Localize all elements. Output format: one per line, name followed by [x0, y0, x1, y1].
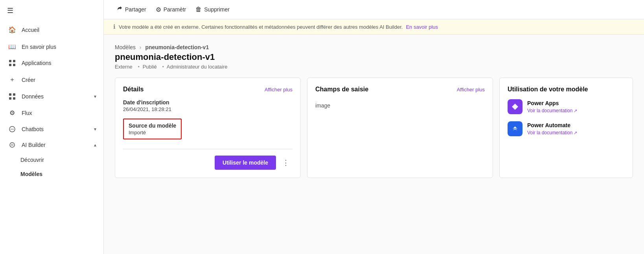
sidebar-item-applications[interactable]: Applications — [0, 55, 103, 71]
sidebar-item-flux[interactable]: ⚙ Flux — [0, 104, 103, 121]
sidebar-item-label: Flux — [22, 110, 32, 116]
usage-card-header: Utilisation de votre modèle — [508, 86, 625, 93]
power-apps-doc-link[interactable]: Voir la documentation — [527, 108, 577, 113]
flux-icon: ⚙ — [8, 109, 16, 117]
sidebar-item-ai-builder[interactable]: AI Builder ▴ — [0, 137, 103, 153]
date-inscription-label: Date d'inscription — [123, 99, 293, 106]
champs-afficher-plus[interactable]: Afficher plus — [457, 87, 485, 93]
svg-rect-0 — [9, 60, 11, 62]
svg-rect-4 — [9, 93, 11, 96]
power-apps-icon — [508, 99, 523, 114]
trash-icon: 🗑 — [195, 6, 202, 13]
sidebar-sub-item-modeles[interactable]: Modèles — [0, 167, 103, 181]
banner-text: Votre modèle a été créé en externe. Cert… — [119, 24, 403, 30]
field-image: image — [315, 99, 485, 112]
sidebar-sub-item-decouvrir[interactable]: Découvrir — [0, 153, 103, 167]
toolbar: Partager ⚙ Paramètr 🗑 Supprimer — [104, 0, 644, 19]
gear-icon: ⚙ — [156, 6, 161, 13]
info-icon: ℹ — [113, 23, 116, 30]
sidebar-item-en-savoir-plus[interactable]: 📖 En savoir plus — [0, 38, 103, 55]
create-icon: ＋ — [8, 76, 16, 84]
hamburger-button[interactable]: ☰ — [0, 0, 103, 21]
subtitle-admin: Administrateur du locataire — [167, 64, 228, 70]
details-card-footer: Utiliser le modèle ⋮ — [123, 149, 293, 170]
power-automate-icon — [508, 121, 523, 136]
sidebar-item-label: Données — [22, 93, 44, 100]
delete-button[interactable]: 🗑 Supprimer — [192, 4, 233, 15]
sidebar-item-label: Créer — [22, 77, 35, 83]
more-options-button[interactable]: ⋮ — [279, 157, 293, 169]
sidebar-item-donnees[interactable]: Données ▾ — [0, 89, 103, 104]
settings-button[interactable]: ⚙ Paramètr — [153, 4, 190, 15]
info-banner: ℹ Votre modèle a été créé en externe. Ce… — [104, 19, 644, 35]
home-icon: 🏠 — [8, 26, 16, 33]
date-inscription-value: 26/04/2021, 18:28:21 — [123, 106, 293, 112]
breadcrumb-separator: › — [140, 44, 142, 50]
usage-item-power-automate-info: Power Automate Voir la documentation — [527, 122, 577, 135]
svg-rect-5 — [13, 93, 15, 96]
usage-card: Utilisation de votre modèle Power Apps V… — [499, 78, 633, 178]
svg-rect-7 — [13, 97, 15, 100]
main-content: Partager ⚙ Paramètr 🗑 Supprimer ℹ Votre … — [104, 0, 644, 254]
svg-point-12 — [10, 143, 15, 147]
breadcrumb: Modèles › pneumonia-detection-v1 — [115, 44, 633, 50]
sidebar-item-label: En savoir plus — [22, 44, 56, 50]
sidebar-item-creer[interactable]: ＋ Créer — [0, 71, 103, 89]
details-afficher-plus[interactable]: Afficher plus — [265, 87, 293, 93]
share-button[interactable]: Partager — [113, 4, 149, 15]
svg-rect-3 — [13, 64, 15, 66]
power-automate-doc-link[interactable]: Voir la documentation — [527, 130, 577, 135]
chevron-down-icon: ▾ — [94, 94, 96, 99]
source-value: Importé — [129, 130, 176, 135]
sidebar-item-accueil[interactable]: 🏠 Accueil — [0, 21, 103, 38]
usage-item-power-apps-info: Power Apps Voir la documentation — [527, 100, 577, 113]
champs-card-header: Champs de saisie Afficher plus — [315, 86, 485, 93]
source-highlighted-box: Source du modèle Importé — [123, 119, 182, 139]
data-icon — [8, 93, 16, 100]
learn-icon: 📖 — [8, 43, 16, 50]
svg-rect-2 — [9, 64, 11, 66]
dot-2: • — [162, 64, 164, 70]
utiliser-modele-button[interactable]: Utiliser le modèle — [215, 156, 276, 170]
breadcrumb-parent[interactable]: Modèles — [115, 44, 136, 50]
svg-rect-1 — [13, 60, 15, 62]
page-subtitle: Externe • Publié • Administrateur du loc… — [115, 64, 633, 70]
delete-label: Supprimer — [204, 6, 230, 13]
share-icon — [116, 6, 123, 13]
settings-label: Paramètr — [164, 6, 186, 13]
svg-point-11 — [13, 129, 14, 130]
content-area: Modèles › pneumonia-detection-v1 pneumon… — [104, 35, 644, 254]
banner-link[interactable]: En savoir plus — [406, 24, 438, 30]
ai-builder-icon — [8, 142, 16, 148]
sidebar-item-label: Chatbots — [22, 126, 44, 132]
svg-point-10 — [12, 129, 13, 130]
share-label: Partager — [125, 6, 146, 13]
sidebar-sub-label: Découvrir — [20, 157, 44, 163]
power-apps-label: Power Apps — [527, 100, 577, 106]
usage-title: Utilisation de votre modèle — [508, 86, 588, 93]
subtitle-externe: Externe — [115, 64, 132, 70]
power-automate-label: Power Automate — [527, 122, 577, 128]
sidebar-item-label: Applications — [22, 60, 52, 66]
usage-item-power-apps: Power Apps Voir la documentation — [508, 99, 625, 114]
sidebar-item-label: Accueil — [22, 27, 39, 33]
details-card-header: Détails Afficher plus — [123, 86, 293, 93]
source-label: Source du modèle — [129, 122, 176, 129]
svg-point-9 — [11, 129, 11, 130]
svg-rect-6 — [9, 97, 11, 100]
breadcrumb-current: pneumonia-detection-v1 — [145, 44, 209, 50]
apps-icon — [8, 60, 16, 66]
sidebar-item-chatbots[interactable]: Chatbots ▾ — [0, 121, 103, 137]
sidebar-item-label: AI Builder — [22, 142, 46, 148]
sidebar: ☰ 🏠 Accueil 📖 En savoir plus Application… — [0, 0, 104, 254]
subtitle-publie: Publié — [143, 64, 157, 70]
details-title: Détails — [123, 86, 144, 93]
chevron-down-icon: ▾ — [94, 126, 96, 132]
champs-card: Champs de saisie Afficher plus image — [307, 78, 493, 178]
page-title: pneumonia-detection-v1 — [115, 52, 633, 62]
cards-row: Détails Afficher plus Date d'inscription… — [115, 78, 633, 178]
chevron-up-icon: ▴ — [94, 142, 96, 148]
champs-title: Champs de saisie — [315, 86, 368, 93]
dot-1: • — [138, 64, 140, 70]
chatbot-icon — [8, 126, 16, 132]
